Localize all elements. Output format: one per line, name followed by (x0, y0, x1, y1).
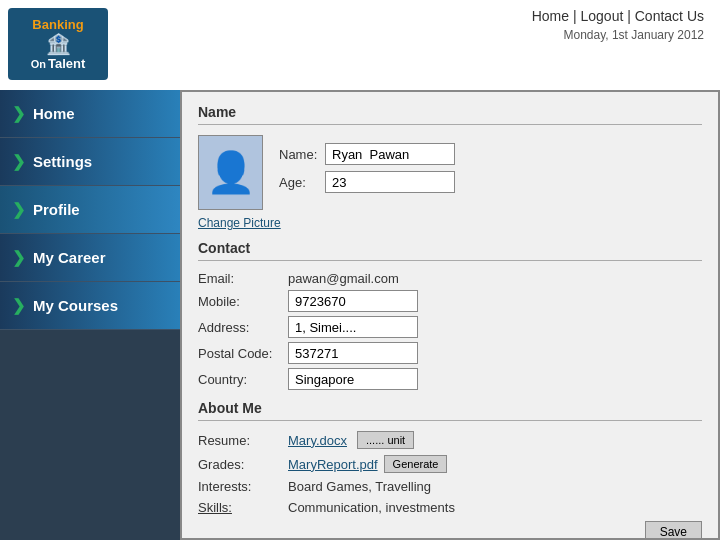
nav-links: Home | Logout | Contact Us (532, 8, 704, 24)
address-label: Address: (198, 320, 288, 335)
name-section: 👤 Name: Age: (198, 135, 702, 210)
email-row: Email: pawan@gmail.com (198, 271, 702, 286)
email-label: Email: (198, 271, 288, 286)
nav-sep2: | (627, 8, 631, 24)
date-display: Monday, 1st January 2012 (532, 28, 704, 42)
main-layout: ❯ Home ❯ Settings ❯ Profile ❯ My Career … (0, 90, 720, 540)
name-label: Name: (279, 147, 319, 162)
skills-row: Skills: Communication, investments (198, 500, 702, 515)
sidebar-label-profile: Profile (33, 201, 80, 218)
country-row: Country: (198, 368, 702, 390)
contact-section-title: Contact (198, 240, 702, 261)
logo-icon: 🏦 (46, 32, 71, 56)
contact-grid: Email: pawan@gmail.com Mobile: Address: … (198, 271, 702, 390)
interests-row: Interests: Board Games, Travelling (198, 479, 702, 494)
nav-logout-link[interactable]: Logout (581, 8, 624, 24)
age-input[interactable] (325, 171, 455, 193)
interests-label: Interests: (198, 479, 288, 494)
resume-link[interactable]: Mary.docx (288, 433, 347, 448)
sidebar-label-mycareer: My Career (33, 249, 106, 266)
sidebar-item-home[interactable]: ❯ Home (0, 90, 180, 138)
nav-sep1: | (573, 8, 581, 24)
sidebar: ❯ Home ❯ Settings ❯ Profile ❯ My Career … (0, 90, 180, 540)
sidebar-label-mycourses: My Courses (33, 297, 118, 314)
grades-label: Grades: (198, 457, 288, 472)
nav-contact-link[interactable]: Contact Us (635, 8, 704, 24)
resume-row: Resume: Mary.docx ...... unit (198, 431, 702, 449)
name-section-title: Name (198, 104, 702, 125)
avatar-figure: 👤 (206, 149, 256, 196)
country-label: Country: (198, 372, 288, 387)
upload-button[interactable]: ...... unit (357, 431, 414, 449)
sidebar-label-home: Home (33, 105, 75, 122)
skills-value: Communication, investments (288, 500, 455, 515)
interests-value: Board Games, Travelling (288, 479, 431, 494)
nav-home-link[interactable]: Home (532, 8, 569, 24)
sidebar-item-mycareer[interactable]: ❯ My Career (0, 234, 180, 282)
logo-on: On (31, 58, 46, 70)
sidebar-item-mycourses[interactable]: ❯ My Courses (0, 282, 180, 330)
sidebar-item-settings[interactable]: ❯ Settings (0, 138, 180, 186)
save-row: Save (198, 521, 702, 540)
postal-input[interactable] (288, 342, 418, 364)
generate-button[interactable]: Generate (384, 455, 448, 473)
change-picture-link[interactable]: Change Picture (198, 216, 702, 230)
save-button[interactable]: Save (645, 521, 702, 540)
skills-label[interactable]: Skills: (198, 500, 288, 515)
country-input[interactable] (288, 368, 418, 390)
logo-banking: Banking (32, 17, 83, 32)
header-right: Home | Logout | Contact Us Monday, 1st J… (532, 8, 704, 42)
name-input[interactable] (325, 143, 455, 165)
home-arrow-icon: ❯ (12, 104, 25, 123)
settings-arrow-icon: ❯ (12, 152, 25, 171)
name-fields: Name: Age: (279, 143, 455, 193)
address-row: Address: (198, 316, 702, 338)
mobile-label: Mobile: (198, 294, 288, 309)
age-field-row: Age: (279, 171, 455, 193)
name-field-row: Name: (279, 143, 455, 165)
grades-row: Grades: MaryReport.pdf Generate (198, 455, 702, 473)
resume-label: Resume: (198, 433, 288, 448)
logo-talent: Talent (48, 56, 85, 71)
logo: Banking 🏦 On Talent (8, 8, 108, 80)
sidebar-item-profile[interactable]: ❯ Profile (0, 186, 180, 234)
profile-arrow-icon: ❯ (12, 200, 25, 219)
postal-label: Postal Code: (198, 346, 288, 361)
postal-row: Postal Code: (198, 342, 702, 364)
mobile-input[interactable] (288, 290, 418, 312)
header: Banking 🏦 On Talent Home | Logout | Cont… (0, 0, 720, 90)
mobile-row: Mobile: (198, 290, 702, 312)
content-area: Name 👤 Name: Age: Change Picture Contact (180, 90, 720, 540)
grades-link[interactable]: MaryReport.pdf (288, 457, 378, 472)
about-section-title: About Me (198, 400, 702, 421)
avatar: 👤 (198, 135, 263, 210)
address-input[interactable] (288, 316, 418, 338)
sidebar-label-settings: Settings (33, 153, 92, 170)
mycareer-arrow-icon: ❯ (12, 248, 25, 267)
email-value: pawan@gmail.com (288, 271, 399, 286)
age-label: Age: (279, 175, 319, 190)
mycourses-arrow-icon: ❯ (12, 296, 25, 315)
